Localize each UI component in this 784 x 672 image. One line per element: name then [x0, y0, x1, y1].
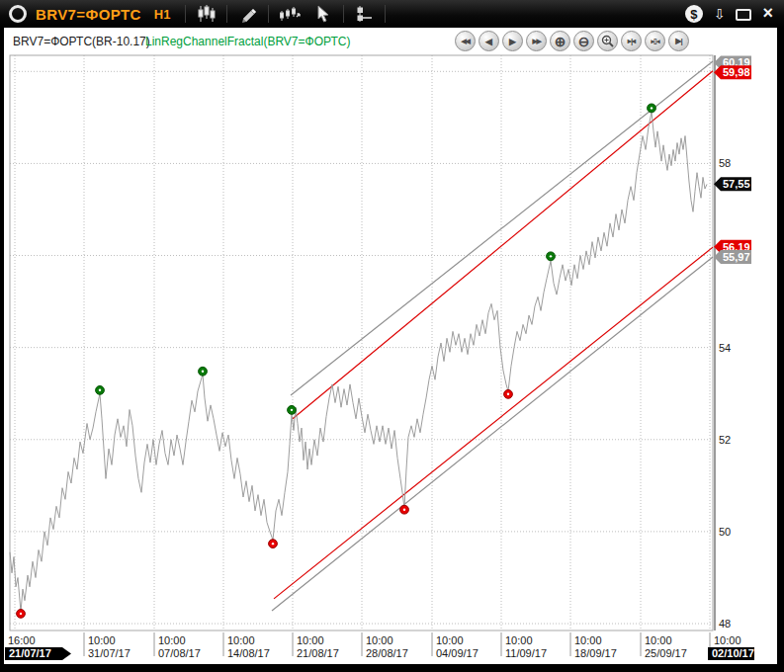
fractal-low-dot	[403, 508, 405, 510]
price-badge-label: 59,98	[723, 66, 750, 78]
price-badge-label: 57,55	[723, 178, 750, 190]
date-label: 21/08/17	[297, 647, 339, 659]
date-label: 11/09/17	[505, 647, 547, 659]
arrow-down-icon[interactable]: ⇩	[714, 7, 726, 21]
currency-icon[interactable]: $	[685, 5, 703, 23]
price-tick-label: 50	[719, 526, 731, 538]
time-label: 10:00	[227, 634, 255, 646]
fractal-low-dot	[272, 543, 274, 545]
time-label: 10:00	[366, 634, 393, 646]
zoom-window-button[interactable]	[597, 31, 618, 51]
step-forward-button[interactable]: ▶	[502, 31, 523, 51]
time-label: 10:00	[714, 634, 741, 646]
fractal-high-dot	[202, 371, 204, 373]
separator	[185, 5, 186, 23]
date-badge-label: 02/10/17	[712, 647, 754, 659]
skip-forward-button[interactable]: ▶▶	[526, 31, 547, 51]
window-controls: $ ⇩ ×	[685, 5, 784, 23]
date-label: 28/08/17	[366, 647, 408, 659]
timeframe-label[interactable]: H1	[154, 7, 171, 22]
cursor-icon[interactable]	[309, 3, 336, 26]
separator	[343, 5, 344, 23]
price-chart[interactable]: 48505254565860,1959,9857,5556,1955,9716:…	[4, 54, 777, 664]
series-legend: BRV7=ФОРТС(BR-10.17)	[13, 35, 150, 48]
price-tick-label: 54	[719, 342, 731, 354]
separator	[226, 5, 227, 23]
time-label: 10:00	[505, 634, 533, 646]
indicator-levels-icon[interactable]	[351, 3, 378, 26]
fractal-low-dot	[507, 393, 509, 395]
fractal-low-dot	[20, 613, 22, 615]
instrument-status-icon	[9, 5, 27, 23]
chart-nav-buttons: ◀◀◀▶▶▶⊕⊖▸|◂▸▯◂▶|	[455, 31, 689, 51]
price-tick-label: 48	[719, 618, 731, 630]
fractal-high-dot	[291, 409, 293, 411]
fractal-high-dot	[550, 255, 552, 257]
price-badge-label: 55,97	[723, 251, 750, 263]
time-label: 10:00	[297, 634, 324, 646]
compress-candles-button[interactable]: ▸▯◂	[645, 31, 665, 51]
zoom-in-button[interactable]: ⊕	[550, 31, 570, 51]
instrument-title: BRV7=ФОРТС	[36, 6, 141, 23]
time-label: 10:00	[88, 634, 116, 646]
time-label: 10:00	[574, 634, 602, 646]
zoom-out-button[interactable]: ⊖	[573, 31, 594, 51]
fractal-high-dot	[651, 107, 653, 109]
time-label: 16:00	[8, 634, 36, 646]
chart-style-icon[interactable]	[193, 3, 219, 26]
compress-button[interactable]: ▸|◂	[621, 31, 642, 51]
date-label: 18/09/17	[574, 647, 617, 659]
time-label: 10:00	[436, 634, 464, 646]
time-label: 10:00	[645, 634, 672, 646]
go-to-end-button[interactable]: ▶|	[668, 31, 689, 51]
date-label: 25/09/17	[645, 647, 687, 659]
date-label: 14/08/17	[227, 647, 270, 659]
fractal-high-dot	[99, 389, 101, 391]
indicator-legend: LinRegChannelFractal(BRV7=ФОРТС)	[145, 35, 350, 48]
skip-to-start-button[interactable]: ◀◀	[455, 31, 476, 51]
chart-header: BRV7=ФОРТС(BR-10.17) LinRegChannelFracta…	[4, 28, 777, 54]
step-back-button[interactable]: ◀	[479, 31, 499, 51]
price-tick-label: 52	[719, 434, 731, 446]
time-label: 10:00	[158, 634, 186, 646]
date-badge-label: 21/07/17	[9, 647, 51, 659]
channel-line-lower-inner	[274, 247, 713, 599]
price-line	[10, 112, 707, 612]
close-icon[interactable]: ×	[762, 4, 773, 22]
date-label: 31/07/17	[88, 647, 131, 659]
trades-icon[interactable]	[276, 3, 303, 26]
separator	[268, 5, 269, 23]
date-label: 04/09/17	[436, 647, 479, 659]
date-label: 07/08/17	[158, 647, 201, 659]
restore-window-icon[interactable]	[736, 9, 751, 21]
trading-terminal-window: { "window": { "instrument": "BRV7=ФОРТС"…	[0, 0, 784, 672]
price-tick-label: 58	[719, 157, 731, 169]
draw-pencil-icon[interactable]	[234, 3, 261, 26]
